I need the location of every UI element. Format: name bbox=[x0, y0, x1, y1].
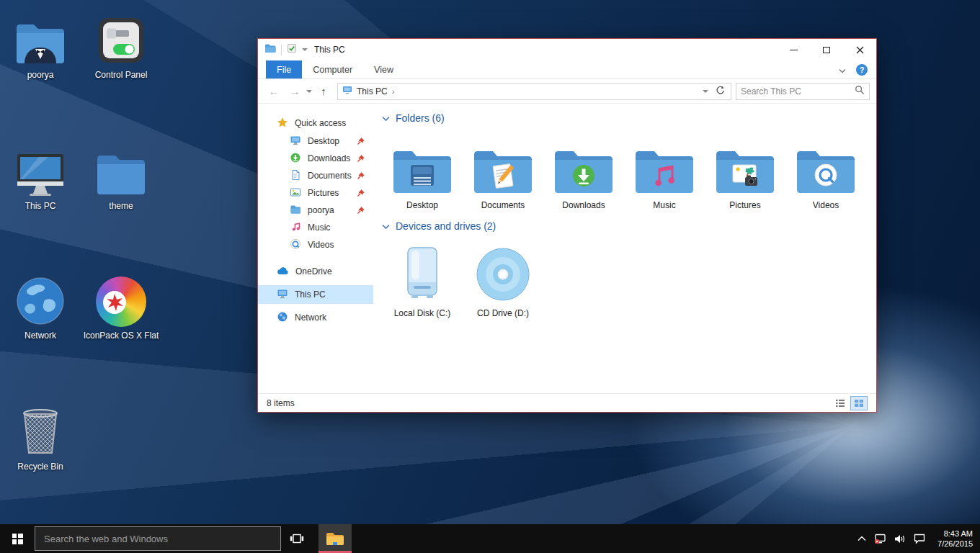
globe-icon bbox=[1, 269, 80, 327]
chevron-down-icon bbox=[382, 112, 390, 124]
sidebar-item-downloads[interactable]: Downloads bbox=[258, 150, 373, 167]
group-header-devices[interactable]: Devices and drives (2) bbox=[382, 217, 873, 235]
expand-ribbon-icon[interactable] bbox=[839, 63, 846, 76]
task-view-button[interactable] bbox=[281, 524, 313, 553]
file-list-area: Folders (6) bbox=[373, 104, 876, 393]
desktop-icon-recycle-bin[interactable]: Recycle Bin bbox=[1, 400, 80, 472]
sidebar-item-label: Documents bbox=[308, 171, 352, 181]
folder-tile-videos[interactable]: Videos bbox=[785, 132, 866, 210]
music-note-icon bbox=[290, 221, 301, 235]
recent-locations-icon[interactable] bbox=[306, 90, 312, 93]
volume-icon[interactable] bbox=[894, 534, 906, 544]
address-toolbar: ← → ↑ This PC › bbox=[258, 79, 876, 104]
desktop-icon-label: theme bbox=[81, 201, 161, 211]
explorer-search-input[interactable] bbox=[741, 86, 855, 96]
tile-label: Pictures bbox=[729, 200, 760, 210]
sidebar-item-network[interactable]: Network bbox=[258, 308, 373, 327]
qat-dropdown-icon[interactable] bbox=[302, 48, 308, 51]
close-button[interactable] bbox=[843, 39, 876, 60]
address-dropdown-icon[interactable] bbox=[703, 90, 708, 93]
desktop-icon-label: Recycle Bin bbox=[1, 462, 80, 472]
desktop-icon-label: Control Panel bbox=[81, 70, 161, 80]
minimize-button[interactable] bbox=[777, 39, 810, 60]
navigation-pane: Quick access Desktop Downloads bbox=[258, 104, 373, 393]
windows-logo-icon bbox=[12, 534, 23, 544]
folder-tile-desktop[interactable]: Desktop bbox=[382, 132, 463, 210]
pin-icon bbox=[357, 189, 365, 199]
breadcrumb[interactable]: This PC bbox=[357, 86, 388, 96]
sidebar-item-desktop[interactable]: Desktop bbox=[258, 132, 373, 150]
sidebar-item-label: Quick access bbox=[295, 118, 346, 128]
desktop-icon-label: IconPack OS X Flat bbox=[81, 331, 161, 341]
sidebar-item-label: Videos bbox=[308, 240, 334, 250]
drive-tile-local-disk[interactable]: Local Disk (C:) bbox=[382, 240, 463, 318]
breadcrumb-chevron-icon[interactable]: › bbox=[392, 87, 395, 96]
taskbar-clock[interactable]: 8:43 AM 7/26/2015 bbox=[937, 529, 973, 549]
qat-checkmark-icon[interactable] bbox=[287, 43, 297, 56]
desktop-icon-iconpack[interactable]: IconPack OS X Flat bbox=[81, 269, 161, 341]
sidebar-item-label: OneDrive bbox=[295, 266, 332, 276]
sidebar-item-poorya[interactable]: poorya bbox=[258, 202, 373, 219]
desktop-icon-label: Network bbox=[1, 331, 80, 341]
desktop-icon-control-panel[interactable]: Control Panel bbox=[81, 9, 161, 80]
taskbar-search-input[interactable] bbox=[44, 534, 272, 544]
folder-tile-downloads[interactable]: Downloads bbox=[543, 132, 624, 210]
desktop: poorya Control Panel T bbox=[0, 0, 980, 553]
maximize-icon bbox=[823, 47, 830, 53]
sidebar-item-label: Pictures bbox=[308, 188, 339, 198]
tab-file[interactable]: File bbox=[266, 60, 302, 78]
details-view-button[interactable] bbox=[832, 396, 849, 410]
address-bar[interactable]: This PC › bbox=[337, 83, 731, 100]
ribbon-tabs: File Computer View ? bbox=[258, 60, 876, 79]
folder-desktop-icon bbox=[391, 132, 454, 196]
details-view-icon bbox=[835, 399, 845, 408]
network-status-icon[interactable] bbox=[874, 534, 886, 544]
desktop-icon-label: This PC bbox=[1, 201, 80, 211]
clock-time: 8:43 AM bbox=[937, 529, 973, 539]
tab-computer[interactable]: Computer bbox=[302, 60, 363, 78]
desktop-icon-theme[interactable]: theme bbox=[81, 140, 161, 211]
sidebar-item-onedrive[interactable]: OneDrive bbox=[258, 262, 373, 281]
group-header-folders[interactable]: Folders (6) bbox=[382, 109, 873, 127]
sidebar-item-music[interactable]: Music bbox=[258, 219, 373, 236]
sidebar-item-documents[interactable]: Documents bbox=[258, 167, 373, 184]
up-button[interactable]: ↑ bbox=[314, 82, 333, 101]
folder-tile-pictures[interactable]: Pictures bbox=[705, 132, 785, 210]
desktop-icon-poorya[interactable]: poorya bbox=[1, 9, 80, 80]
refresh-icon[interactable] bbox=[716, 86, 725, 97]
tab-view[interactable]: View bbox=[363, 60, 404, 78]
sidebar-item-videos[interactable]: Videos bbox=[258, 236, 373, 253]
taskbar-search[interactable] bbox=[35, 526, 281, 551]
maximize-button[interactable] bbox=[810, 39, 843, 60]
forward-button[interactable]: → bbox=[285, 82, 304, 101]
monitor-icon bbox=[290, 135, 301, 148]
back-button[interactable]: ← bbox=[264, 82, 283, 101]
help-icon[interactable]: ? bbox=[856, 64, 868, 76]
recycle-bin-icon bbox=[1, 400, 80, 458]
cloud-icon bbox=[277, 266, 289, 278]
group-header-label: Devices and drives (2) bbox=[396, 220, 496, 232]
titlebar-separator bbox=[281, 45, 282, 55]
show-hidden-icons-button[interactable] bbox=[858, 536, 866, 541]
folder-tile-music[interactable]: Music bbox=[624, 132, 705, 210]
sidebar-item-this-pc[interactable]: This PC bbox=[258, 285, 373, 304]
location-pc-icon bbox=[342, 86, 352, 96]
explorer-search[interactable] bbox=[736, 83, 870, 100]
sidebar-item-quick-access[interactable]: Quick access bbox=[258, 114, 373, 132]
folder-tile-documents[interactable]: Documents bbox=[463, 132, 543, 210]
desktop-icon-network[interactable]: Network bbox=[1, 269, 80, 341]
search-icon[interactable] bbox=[855, 85, 865, 98]
titlebar[interactable]: This PC bbox=[258, 39, 876, 60]
action-center-icon[interactable] bbox=[914, 534, 925, 544]
sidebar-item-label: Network bbox=[295, 313, 326, 323]
large-icons-view-button[interactable] bbox=[850, 396, 868, 410]
drive-tile-cd[interactable]: CD Drive (D:) bbox=[463, 240, 543, 318]
taskbar-file-explorer-button[interactable] bbox=[318, 524, 352, 553]
folder-icon bbox=[290, 204, 301, 217]
monitor-icon bbox=[277, 288, 288, 301]
desktop-icon-this-pc[interactable]: This PC bbox=[1, 140, 80, 211]
start-button[interactable] bbox=[0, 524, 35, 553]
clock-date: 7/26/2015 bbox=[937, 539, 973, 549]
sidebar-item-pictures[interactable]: Pictures bbox=[258, 184, 373, 202]
star-icon bbox=[277, 117, 288, 130]
